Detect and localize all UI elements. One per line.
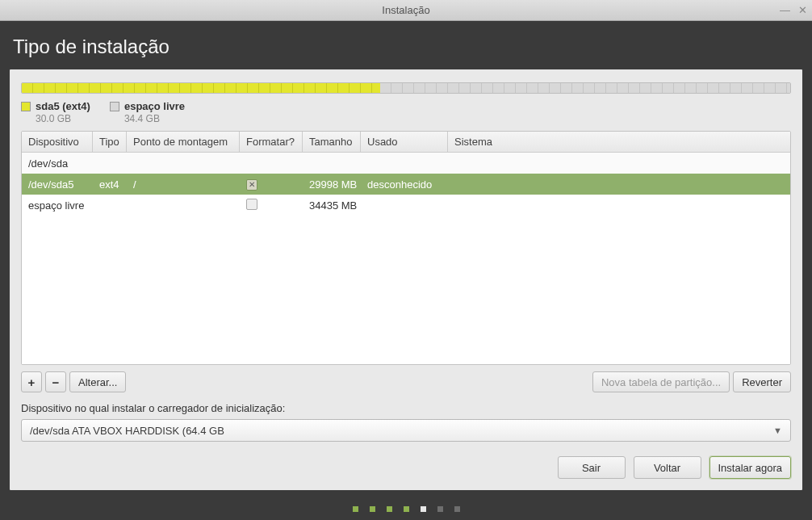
legend-sda5-label: sda5 (ext4) xyxy=(36,100,90,112)
nav-row: Sair Voltar Instalar agora xyxy=(21,456,791,479)
th-used[interactable]: Usado xyxy=(361,132,448,152)
partition-bar-sda5[interactable] xyxy=(22,83,380,93)
th-size[interactable]: Tamanho xyxy=(303,132,361,152)
th-type[interactable]: Tipo xyxy=(93,132,127,152)
page-title: Tipo de instalação xyxy=(13,36,799,58)
back-button[interactable]: Voltar xyxy=(634,456,701,479)
step-dot xyxy=(353,506,358,512)
step-dot xyxy=(454,506,460,512)
remove-partition-button[interactable]: − xyxy=(45,371,66,392)
legend-free-size: 34.4 GB xyxy=(124,113,160,124)
cell-used: desconhecido xyxy=(361,178,448,191)
window-controls: — ✕ xyxy=(780,4,807,16)
cell-format xyxy=(240,199,303,212)
step-dot xyxy=(370,506,375,512)
partition-button-row: + − Alterar... Nova tabela de partição..… xyxy=(21,371,791,392)
legend-sda5-size: 30.0 GB xyxy=(36,113,71,124)
table-body: /dev/sda /dev/sda5 ext4 / ✕ 29998 MB des… xyxy=(22,153,790,364)
chevron-down-icon: ▼ xyxy=(773,426,782,435)
cell-size: 29998 MB xyxy=(303,178,361,191)
step-dot xyxy=(387,506,392,512)
table-header: Dispositivo Tipo Ponto de montagem Forma… xyxy=(22,132,790,153)
cell-format: ✕ xyxy=(240,178,303,191)
cell-mount: / xyxy=(127,178,240,191)
legend-sda5: sda5 (ext4) 30.0 GB xyxy=(21,100,90,124)
table-row-free[interactable]: espaço livre 34435 MB xyxy=(22,195,790,216)
table-row-sda5[interactable]: /dev/sda5 ext4 / ✕ 29998 MB desconhecido xyxy=(22,174,790,195)
legend-free-label: espaço livre xyxy=(124,100,185,112)
format-checkbox-icon[interactable]: ✕ xyxy=(246,179,257,191)
progress-dots xyxy=(10,506,802,512)
new-partition-table-button[interactable]: Nova tabela de partição... xyxy=(592,371,730,392)
step-dot xyxy=(421,506,426,512)
change-partition-button[interactable]: Alterar... xyxy=(69,371,126,392)
add-partition-button[interactable]: + xyxy=(21,371,42,392)
th-device[interactable]: Dispositivo xyxy=(22,132,93,152)
installer-frame: Tipo de instalação sda5 (ext4) 30.0 GB e… xyxy=(0,21,812,520)
partition-legend: sda5 (ext4) 30.0 GB espaço livre 34.4 GB xyxy=(21,100,791,124)
cell-device: /dev/sda xyxy=(22,157,93,170)
format-checkbox-icon[interactable] xyxy=(246,199,257,210)
legend-free: espaço livre 34.4 GB xyxy=(110,100,185,124)
bootloader-device-value: /dev/sda ATA VBOX HARDDISK (64.4 GB xyxy=(30,425,224,437)
cell-type: ext4 xyxy=(93,178,127,191)
bootloader-label: Dispositivo no qual instalar o carregado… xyxy=(21,402,791,414)
table-row-parent[interactable]: /dev/sda xyxy=(22,153,790,174)
close-button[interactable]: ✕ xyxy=(798,4,807,16)
th-format[interactable]: Formatar? xyxy=(240,132,303,152)
content-panel: sda5 (ext4) 30.0 GB espaço livre 34.4 GB… xyxy=(10,69,802,490)
step-dot xyxy=(437,506,443,512)
swatch-free-icon xyxy=(110,102,119,111)
minimize-button[interactable]: — xyxy=(780,4,790,16)
bootloader-device-combo[interactable]: /dev/sda ATA VBOX HARDDISK (64.4 GB ▼ xyxy=(21,419,791,442)
th-mount[interactable]: Ponto de montagem xyxy=(127,132,240,152)
cell-device: espaço livre xyxy=(22,199,240,212)
swatch-sda5-icon xyxy=(21,102,31,111)
install-now-button[interactable]: Instalar agora xyxy=(709,456,792,479)
partition-table: Dispositivo Tipo Ponto de montagem Forma… xyxy=(21,131,791,365)
revert-button[interactable]: Reverter xyxy=(733,371,791,392)
step-dot xyxy=(404,506,409,512)
cell-size: 34435 MB xyxy=(303,199,361,212)
window-title: Instalação xyxy=(0,4,812,16)
quit-button[interactable]: Sair xyxy=(558,456,626,479)
th-system[interactable]: Sistema xyxy=(448,132,790,152)
titlebar: Instalação — ✕ xyxy=(0,0,812,21)
partition-bar-free[interactable] xyxy=(380,83,790,93)
partition-bar[interactable] xyxy=(21,82,791,94)
cell-device: /dev/sda5 xyxy=(22,178,93,191)
